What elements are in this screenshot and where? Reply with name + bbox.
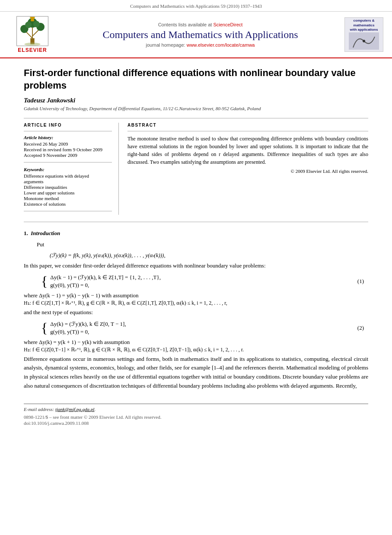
homepage-link[interactable]: www.elsevier.com/locate/camwa bbox=[187, 42, 255, 48]
svg-point-9 bbox=[33, 21, 40, 27]
abstract-text: The monotone iterative method is used to… bbox=[127, 135, 368, 166]
intro-para1: Difference equations occur in numerous s… bbox=[24, 355, 368, 391]
footer-doi: doi:10.1016/j.camwa.2009.11.008 bbox=[24, 420, 368, 426]
journal-title: Computers and Mathematics with Applicati… bbox=[61, 29, 339, 41]
keyword-3: Lower and upper solutions bbox=[24, 190, 112, 195]
elsevier-logo: ELSEVIER bbox=[9, 16, 56, 53]
email-link[interactable]: tjank@mif.pg.gda.pl bbox=[55, 407, 94, 412]
thumb-title: computers &mathematicswith applications bbox=[349, 19, 379, 32]
received-date: Received 26 May 2009 bbox=[24, 141, 112, 146]
divider-main bbox=[24, 222, 368, 222]
thumb-graphic-icon bbox=[349, 32, 379, 50]
journal-thumbnail: computers &mathematicswith applications bbox=[344, 17, 383, 52]
system1-line2: g(y(0), y(T)) = 0, bbox=[50, 282, 161, 289]
H1-text: H₁: f ∈ C(Z[1,T] × ℝᵣ⁺¹, ℝ), g ∈ C(ℝ × ℝ… bbox=[24, 300, 368, 306]
keyword-5: Existence of solutions bbox=[24, 201, 112, 207]
keyword-1b: arguments bbox=[24, 179, 112, 184]
journal-center: Contents lists available at ScienceDirec… bbox=[61, 22, 339, 48]
article-info-column: ARTICLE INFO Article history: Received 2… bbox=[24, 123, 119, 215]
system2-line1: Δy(k) = (ℱy)(k), k ∈ Z[0, T − 1], bbox=[50, 321, 126, 328]
divider-abstract bbox=[127, 131, 368, 131]
svg-rect-11 bbox=[30, 17, 35, 18]
author-name: Tadeusz Jankowski bbox=[24, 97, 368, 104]
svg-point-14 bbox=[363, 40, 365, 42]
top-bar: Computers and Mathematics with Applicati… bbox=[0, 0, 392, 12]
divider-info bbox=[24, 131, 112, 131]
equation-block-2: { Δy(k) = (ℱy)(k), k ∈ Z[0, T − 1], g(y(… bbox=[41, 321, 368, 335]
keyword-2: Difference inequalities bbox=[24, 185, 112, 190]
keywords-label: Keywords: bbox=[24, 167, 112, 172]
journal-citation: Computers and Mathematics with Applicati… bbox=[130, 3, 262, 9]
H2-text: H₂: f ∈ C(Z[0,T−1] × ℝᵣ⁺¹, ℝ), g ∈ C(ℝ ×… bbox=[24, 347, 368, 353]
system1-lines: Δy(k − 1) = (ℱy)(k), k ∈ Z[1,T] = {1, 2,… bbox=[50, 274, 161, 289]
copyright: © 2009 Elsevier Ltd. All rights reserved… bbox=[127, 169, 368, 174]
sciencedirect-info: Contents lists available at ScienceDirec… bbox=[61, 22, 339, 27]
system2: { Δy(k) = (ℱy)(k), k ∈ Z[0, T − 1], g(y(… bbox=[41, 321, 126, 335]
svg-point-1 bbox=[24, 43, 40, 46]
keyword-1: Difference equations with delayed bbox=[24, 173, 112, 178]
assumption2-text: where Δy(k) = y(k + 1) − y(k) with assum… bbox=[24, 339, 368, 346]
footer-rights: 0898-1221/$ – see front matter © 2009 El… bbox=[24, 414, 368, 420]
footer-section: E-mail address: tjank@mif.pg.gda.pl. 089… bbox=[24, 404, 368, 426]
and-next: and the next type of equations: bbox=[24, 308, 368, 317]
Fy-equation: (ℱy)(k) = f(k, y(k), y(α₁(k)), y(α₂(k)),… bbox=[50, 252, 368, 259]
system2-lines: Δy(k) = (ℱy)(k), k ∈ Z[0, T − 1], g(y(0)… bbox=[50, 321, 126, 335]
intro-text1: In this paper, we consider first-order d… bbox=[24, 261, 368, 271]
elsevier-label: ELSEVIER bbox=[18, 47, 47, 53]
article-title: First-order functional difference equati… bbox=[24, 67, 368, 92]
main-content: First-order functional difference equati… bbox=[0, 58, 392, 434]
article-info-abstract: ARTICLE INFO Article history: Received 2… bbox=[24, 123, 368, 215]
intro-title: Introduction bbox=[31, 230, 60, 236]
left-brace2-icon: { bbox=[41, 321, 48, 335]
equation-block-1: { Δy(k − 1) = (ℱy)(k), k ∈ Z[1,T] = {1, … bbox=[41, 274, 368, 289]
system2-line2: g(y(0), y(T)) = 0, bbox=[50, 328, 126, 335]
eq-num-1: (1) bbox=[357, 278, 364, 285]
journal-homepage: journal homepage: www.elsevier.com/locat… bbox=[61, 42, 339, 48]
divider bbox=[24, 118, 368, 118]
abstract-column: ABSTRACT The monotone iterative method i… bbox=[127, 123, 368, 215]
intro-section: 1. Introduction Put (ℱy)(k) = f(k, y(k),… bbox=[24, 230, 368, 391]
system1-line1: Δy(k − 1) = (ℱy)(k), k ∈ Z[1,T] = {1, 2,… bbox=[50, 274, 161, 281]
page-wrapper: Computers and Mathematics with Applicati… bbox=[0, 0, 392, 535]
article-info-label: ARTICLE INFO bbox=[24, 123, 112, 127]
assumption1-text: where Δy(k − 1) = y(k) − y(k − 1) with a… bbox=[24, 292, 368, 299]
intro-heading: 1. Introduction bbox=[24, 230, 368, 237]
system1: { Δy(k − 1) = (ℱy)(k), k ∈ Z[1,T] = {1, … bbox=[41, 274, 161, 289]
journal-header: ELSEVIER Contents lists available at Sci… bbox=[0, 12, 392, 58]
divider-kw bbox=[24, 162, 112, 162]
section-number: 1. bbox=[24, 230, 28, 236]
sciencedirect-link[interactable]: ScienceDirect bbox=[213, 22, 242, 27]
accepted-date: Accepted 9 November 2009 bbox=[24, 153, 112, 158]
email-info: E-mail address: tjank@mif.pg.gda.pl. bbox=[24, 407, 368, 412]
elsevier-tree-icon bbox=[15, 16, 50, 46]
history-label: Article history: bbox=[24, 135, 112, 140]
eq-num-2: (2) bbox=[357, 325, 364, 331]
revised-date: Received in revised form 9 October 2009 bbox=[24, 147, 112, 152]
author-affiliation: Gdańsk University of Technology, Departm… bbox=[24, 106, 368, 111]
divider-kw-end bbox=[24, 211, 112, 211]
abstract-label: ABSTRACT bbox=[127, 123, 368, 127]
svg-point-8 bbox=[25, 22, 32, 28]
keyword-4: Monotone method bbox=[24, 196, 112, 201]
put-label: Put bbox=[24, 240, 368, 249]
left-brace-icon: { bbox=[41, 274, 48, 288]
